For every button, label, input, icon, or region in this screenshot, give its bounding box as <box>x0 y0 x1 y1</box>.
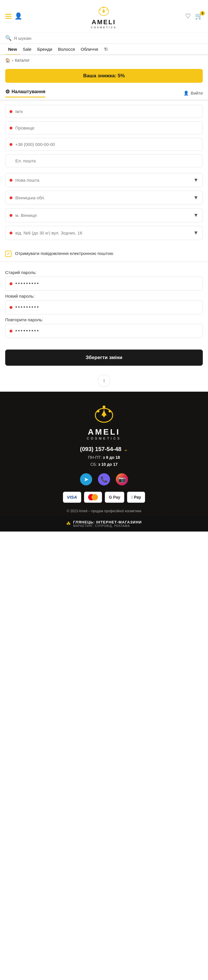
name-field <box>5 105 203 118</box>
search-input[interactable] <box>14 36 203 41</box>
footer-logo-crown <box>5 403 203 423</box>
logo[interactable]: AMELI COSMETICS <box>91 3 117 29</box>
svg-point-6 <box>97 410 99 412</box>
copyright-text: © 2023 Ameli – продаж професійної космет… <box>67 509 141 513</box>
cart-count: 5 <box>200 11 205 16</box>
city-input[interactable] <box>15 213 192 218</box>
search-icon: 🔍 <box>5 35 11 41</box>
notify-row: Отримувати повідомлення електронною пошт… <box>0 248 208 262</box>
agency-sub: МАРКЕТИНГ, СУПРОВІД, РЕКЛАМА <box>73 524 142 528</box>
footer-hours: ПН-ПТ: з 9 до 18 СБ: з 10 до 17 <box>5 454 203 468</box>
logo-name: AMELI <box>91 19 115 26</box>
city-required-dot <box>10 214 13 217</box>
logo-crown-icon <box>96 3 111 19</box>
footer-phone-dropdown-icon[interactable]: ⌄ <box>124 446 128 452</box>
user-icon[interactable]: 👤 <box>14 13 22 20</box>
repeat-password-input[interactable] <box>15 328 198 334</box>
settings-tabs: ⚙ Налаштування 👤 Вийти <box>0 86 208 100</box>
delivery-field[interactable]: ▼ <box>5 173 203 187</box>
nav-item-sale[interactable]: Sale <box>20 44 34 54</box>
name-input[interactable] <box>15 109 198 114</box>
mc-orange-circle <box>91 494 98 500</box>
instagram-icon[interactable]: 📷 <box>116 473 128 485</box>
old-password-input[interactable] <box>15 281 198 287</box>
notify-checkbox[interactable] <box>5 251 11 257</box>
nav-item-brands[interactable]: Бренди <box>34 44 55 54</box>
save-button[interactable]: Зберегти зміни <box>5 350 203 366</box>
search-bar: 🔍 <box>0 33 208 44</box>
nav-item-hair[interactable]: Волосся <box>55 44 78 54</box>
svg-point-7 <box>109 410 111 412</box>
nav-item-new[interactable]: New <box>5 44 20 54</box>
breadcrumb-separator: › <box>12 58 13 63</box>
phone-field <box>5 138 203 151</box>
city-field[interactable]: ▼ <box>5 208 203 222</box>
footer-phone-row: (093) 157-54-48 ⌄ <box>5 446 203 452</box>
repeat-password-label: Повторити пароль: <box>5 317 203 322</box>
name-required-dot <box>10 110 13 113</box>
nav-item-more[interactable]: Ті <box>101 44 110 54</box>
header-left: 👤 <box>5 13 22 20</box>
email-input[interactable] <box>15 158 198 163</box>
old-password-label: Старий пароль: <box>5 270 203 275</box>
settings-gear-icon: ⚙ <box>5 89 10 95</box>
gpay-badge: G Pay <box>105 492 125 503</box>
branch-input[interactable] <box>15 231 192 235</box>
footer: AMELI COSMETICS (093) 157-54-48 ⌄ ПН-ПТ:… <box>0 391 208 531</box>
new-password-input[interactable] <box>15 304 198 310</box>
visa-badge: VISA <box>63 492 81 503</box>
footer-agency[interactable]: ☘ ГЛЯНЕЦЬ: ІНТЕРНЕТ-МАГАЗИНИ МАРКЕТИНГ, … <box>0 516 208 531</box>
footer-brand-sub: COSMETICS <box>5 437 203 440</box>
region-dropdown-icon: ▼ <box>193 195 198 201</box>
svg-point-5 <box>102 406 106 408</box>
tab-settings[interactable]: ⚙ Налаштування <box>5 89 45 97</box>
region-required-dot <box>10 196 13 199</box>
telegram-icon[interactable]: ➤ <box>80 473 92 485</box>
mastercard-badge <box>84 492 102 503</box>
logo-sub: COSMETICS <box>91 26 117 29</box>
header-right: ♡ 🛒 5 <box>185 13 203 20</box>
new-password-field <box>5 300 203 314</box>
region-input[interactable] <box>15 195 192 200</box>
visa-logo: VISA <box>67 495 77 500</box>
delivery-input[interactable] <box>15 178 192 183</box>
logout-button[interactable]: 👤 Вийти <box>184 91 203 96</box>
branch-dropdown-icon: ▼ <box>193 230 198 236</box>
scroll-top-button[interactable]: ↑ <box>98 374 110 387</box>
new-password-label: Новий пароль: <box>5 294 203 299</box>
region-field[interactable]: ▼ <box>5 191 203 205</box>
svg-point-3 <box>107 9 108 10</box>
logout-icon: 👤 <box>184 91 189 96</box>
logout-label: Вийти <box>190 91 203 95</box>
notify-label: Отримувати повідомлення електронною пошт… <box>15 250 113 256</box>
agency-text: ГЛЯНЕЦЬ: ІНТЕРНЕТ-МАГАЗИНИ МАРКЕТИНГ, СУ… <box>73 520 142 528</box>
email-field <box>5 154 203 167</box>
cart-button[interactable]: 🛒 5 <box>195 13 203 20</box>
footer-hours-weekday-label: ПН-ПТ: <box>88 455 102 460</box>
footer-phone[interactable]: (093) 157-54-48 <box>80 446 121 452</box>
branch-required-dot <box>10 232 13 234</box>
old-password-field <box>5 277 203 291</box>
footer-hours-saturday-value: з 10 до 17 <box>98 462 118 467</box>
surname-input[interactable] <box>15 126 198 130</box>
new-password-dot <box>10 306 13 309</box>
wishlist-icon[interactable]: ♡ <box>185 13 191 20</box>
breadcrumb-current: Каталог <box>15 58 30 63</box>
breadcrumb-home-icon[interactable]: 🏠 <box>5 58 10 63</box>
phone-required-dot <box>10 143 13 146</box>
viber-icon[interactable]: 📞 <box>98 473 110 485</box>
settings-tab-label: Налаштування <box>11 89 45 94</box>
repeat-password-dot <box>10 330 13 332</box>
phone-input[interactable] <box>15 142 198 147</box>
agency-icon: ☘ <box>66 520 71 527</box>
surname-required-dot <box>10 127 13 129</box>
apay-badge:  Pay <box>127 492 145 503</box>
branch-field[interactable]: ▼ <box>5 226 203 240</box>
breadcrumb: 🏠 › Каталог <box>0 55 208 65</box>
footer-crown-icon <box>93 403 115 423</box>
hamburger-menu[interactable] <box>5 14 11 19</box>
footer-copyright: © 2023 Ameli – продаж професійної космет… <box>5 509 203 513</box>
agency-name: ГЛЯНЕЦЬ: ІНТЕРНЕТ-МАГАЗИНИ <box>73 520 142 524</box>
nav-item-face[interactable]: Обличчя <box>78 44 101 54</box>
footer-social: ➤ 📞 📷 <box>5 473 203 485</box>
